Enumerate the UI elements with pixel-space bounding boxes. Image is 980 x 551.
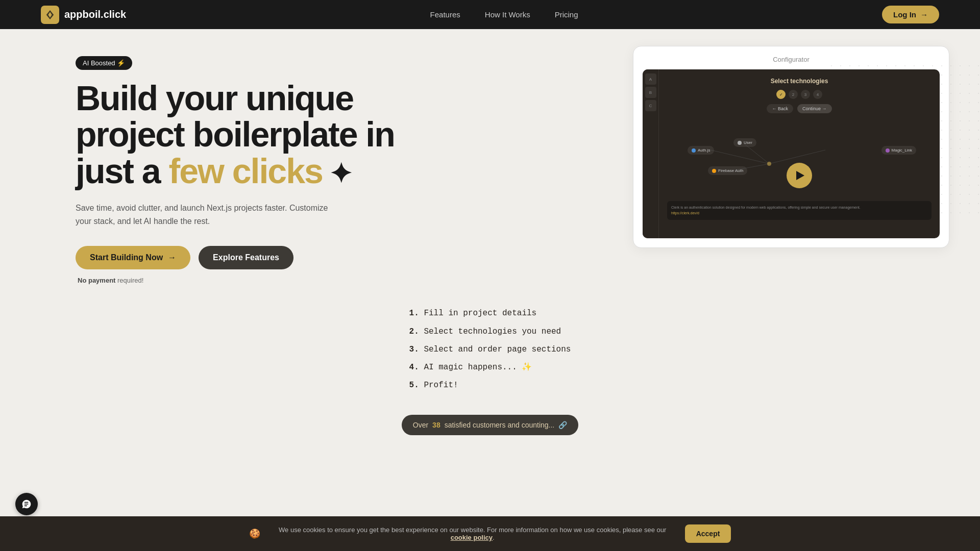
tech-node-authjs: Auth.js: [688, 146, 714, 155]
continue-button[interactable]: Continue →: [797, 104, 832, 113]
step-item-2: 2. Select technologies you need: [409, 323, 571, 341]
config-sidebar: A B C: [643, 69, 659, 238]
logo[interactable]: appboil.click: [41, 6, 126, 24]
configurator-inner: A B C Select technologies ✓ 2 3 4 ← Back…: [643, 69, 940, 238]
hero-subtitle: Save time, avoid clutter, and launch Nex…: [76, 202, 331, 228]
svg-line-3: [769, 150, 825, 164]
svg-point-5: [767, 162, 771, 166]
no-payment-text: No payment required!: [78, 277, 395, 284]
login-arrow-icon: →: [920, 10, 928, 19]
logo-text: appboil.click: [64, 9, 126, 20]
configurator-card: Configurator A B C Select technologies ✓…: [633, 46, 949, 248]
chat-widget[interactable]: [15, 493, 38, 515]
step-1[interactable]: ✓: [776, 90, 786, 99]
nav-how-it-works[interactable]: How It Works: [485, 10, 530, 19]
hero-buttons: Start Building Now → Explore Features: [76, 246, 395, 269]
step-item-3: 3. Select and order page sections: [409, 341, 571, 359]
step-item-1: 1. Fill in project details: [409, 305, 571, 322]
config-steps: ✓ 2 3 4: [667, 90, 932, 99]
tech-node-user: User: [733, 138, 756, 147]
step-3[interactable]: 3: [801, 90, 810, 99]
config-main: Select technologies ✓ 2 3 4 ← Back Conti…: [659, 69, 940, 238]
customers-section: Over 38 satisfied customers and counting…: [0, 410, 980, 471]
svg-line-1: [710, 150, 769, 164]
nav-links: Features How It Works Pricing: [430, 10, 578, 19]
config-step-title: Select technologies: [667, 78, 932, 85]
steps-list: 1. Fill in project details 2. Select tec…: [409, 305, 571, 394]
sidebar-item-b: B: [645, 87, 656, 98]
step-item-4: 4. AI magic happens... ✨: [409, 359, 571, 377]
step-2[interactable]: 2: [789, 90, 798, 99]
tech-node-firebase: Firebase Auth: [708, 166, 747, 175]
arrow-icon: →: [168, 253, 176, 262]
cookie-icon: 🍪: [249, 528, 260, 539]
chat-icon: [21, 499, 32, 509]
config-preview: Auth.js User Magic_Link: [659, 120, 940, 230]
hero-section: AI Boosted ⚡ Build your unique project b…: [0, 0, 980, 284]
cookie-banner: 🍪 We use cookies to ensure you get the b…: [0, 516, 980, 551]
nav-features[interactable]: Features: [430, 10, 460, 19]
accept-cookies-button[interactable]: Accept: [685, 524, 731, 543]
start-building-button[interactable]: Start Building Now →: [76, 246, 190, 269]
customers-badge[interactable]: Over 38 satisfied customers and counting…: [402, 415, 578, 435]
navbar: appboil.click Features How It Works Pric…: [0, 0, 980, 29]
hero-title: Build your unique project boilerplate in…: [76, 80, 395, 189]
step-item-5: 5. Profit!: [409, 377, 571, 394]
explore-features-button[interactable]: Explore Features: [199, 246, 293, 269]
login-button[interactable]: Log In →: [882, 6, 939, 23]
sidebar-item-c: C: [645, 100, 656, 111]
cookie-policy-link[interactable]: cookie policy: [451, 534, 493, 541]
steps-section: 1. Fill in project details 2. Select tec…: [0, 284, 980, 410]
configurator-header: Configurator: [643, 56, 940, 63]
play-icon: [796, 171, 804, 180]
step-4[interactable]: 4: [813, 90, 822, 99]
back-button[interactable]: ← Back: [767, 104, 793, 113]
config-nav: ← Back Continue →: [667, 104, 932, 113]
nav-pricing[interactable]: Pricing: [555, 10, 578, 19]
tech-node-magic-link: Magic_Link: [881, 146, 916, 155]
cookie-text: We use cookies to ensure you get the bes…: [268, 526, 677, 541]
config-description: Clerk is an authentication solution desi…: [667, 201, 932, 220]
hero-content: AI Boosted ⚡ Build your unique project b…: [76, 41, 395, 284]
ai-badge: AI Boosted ⚡: [76, 56, 132, 70]
sidebar-item-a: A: [645, 73, 656, 85]
play-button[interactable]: [787, 163, 812, 188]
